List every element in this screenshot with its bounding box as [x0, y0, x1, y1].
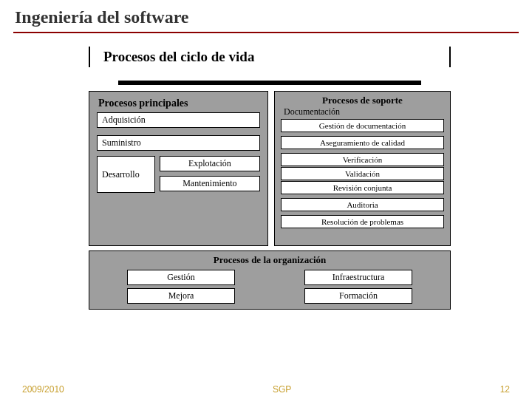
item-mantenimiento: Mantenimiento: [160, 176, 260, 191]
heading-principales: Procesos principales: [98, 98, 262, 109]
item-revision: Revisión conjunta: [281, 181, 444, 194]
title-underline: [13, 32, 519, 33]
item-verificacion: Verificación: [281, 153, 444, 166]
org-grid: Gestión Mejora Infraestructura Formación: [95, 269, 444, 304]
stack-explot-mant: Explotación Mantenimiento: [158, 155, 262, 194]
heading-soporte: Procesos de soporte: [279, 95, 446, 106]
label-desarrollo: Desarrollo: [102, 169, 140, 180]
footer-left: 2009/2010: [22, 384, 64, 395]
org-col-left: Gestión Mejora: [126, 269, 236, 304]
item-desarrollo: Desarrollo: [97, 156, 155, 193]
subrow-desarrollo: Desarrollo Explotación Mantenimiento: [95, 155, 262, 194]
item-explotacion: Explotación: [160, 156, 260, 171]
subtitle: Procesos del ciclo de vida: [103, 49, 254, 65]
item-validacion: Validación: [281, 167, 444, 180]
heading-organizacion: Procesos de la organización: [95, 254, 444, 266]
two-column-row: Procesos principales Adquisición Suminis…: [89, 91, 451, 246]
item-infraestructura: Infraestructura: [304, 270, 412, 285]
item-aseguramiento: Aseguramiento de calidad: [281, 136, 444, 149]
footer-right: 12: [500, 384, 510, 395]
item-formacion: Formación: [304, 288, 412, 304]
item-gestion-doc: Gestión de documentación: [281, 119, 444, 132]
item-mejora: Mejora: [127, 288, 235, 304]
footer-center: SGP: [273, 384, 291, 395]
box-procesos-principales: Procesos principales Adquisición Suminis…: [89, 91, 268, 246]
divider-thick: [118, 81, 421, 85]
label-documentacion: Documentación: [284, 106, 443, 117]
item-adquisicion: Adquisición: [97, 112, 260, 128]
item-gestion: Gestión: [127, 270, 235, 285]
soporte-items: Gestión de documentación Aseguramiento d…: [279, 119, 446, 228]
box-procesos-soporte: Procesos de soporte Documentación Gestió…: [274, 91, 451, 246]
box-procesos-organizacion: Procesos de la organización Gestión Mejo…: [89, 250, 451, 310]
org-col-right: Infraestructura Formación: [303, 269, 414, 304]
subtitle-bar-right: [449, 47, 451, 67]
content-area: Procesos del ciclo de vida Procesos prin…: [0, 39, 532, 310]
subtitle-row: Procesos del ciclo de vida: [89, 47, 451, 67]
item-resolucion: Resolución de problemas: [281, 215, 444, 228]
footer: 2009/2010 SGP 12: [0, 384, 532, 395]
slide-title: Ingeniería del software: [0, 0, 532, 32]
item-auditoria: Auditoria: [281, 198, 444, 211]
item-suministro: Suministro: [97, 135, 260, 151]
subtitle-bar-left: [89, 47, 90, 67]
